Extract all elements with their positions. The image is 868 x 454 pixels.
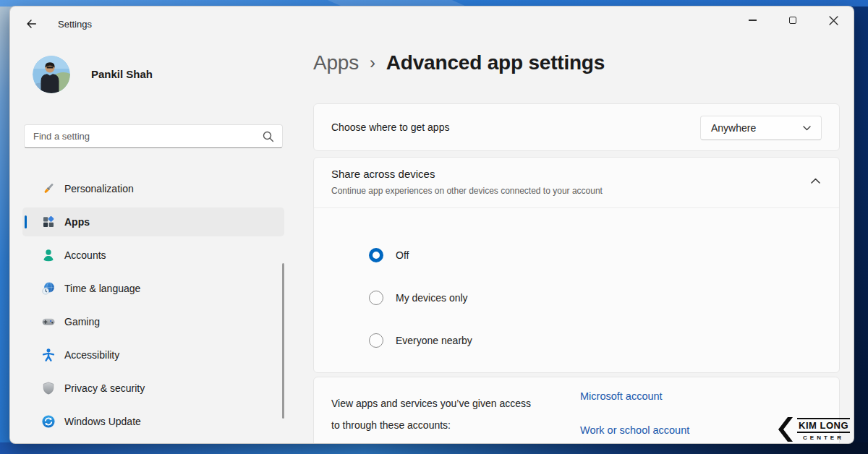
sidebar-item-label: Personalization [64, 183, 134, 194]
close-icon [829, 16, 838, 25]
desktop-wallpaper: Settings [0, 0, 868, 454]
radio-icon [369, 333, 383, 348]
sidebar-item-personalization[interactable]: Personalization [22, 174, 284, 203]
watermark-line1: KIM LONG [797, 418, 850, 433]
windows-update-sync-icon [41, 414, 56, 429]
app-source-dropdown[interactable]: Anywhere [700, 116, 822, 140]
radio-icon [369, 248, 383, 262]
avatar[interactable] [33, 56, 70, 93]
user-name: Pankil Shah [91, 68, 153, 80]
share-across-devices-header[interactable]: Share across devices Continue app experi… [314, 158, 839, 208]
microsoft-account-link[interactable]: Microsoft account [580, 390, 663, 402]
accounts-access-label-line1: View apps and services you’ve given acce… [331, 393, 531, 414]
sidebar-item-privacy-security[interactable]: Privacy & security [22, 374, 284, 403]
sidebar-item-label: Apps [64, 216, 90, 228]
maximize-button[interactable] [773, 7, 813, 34]
chevron-up-icon[interactable] [811, 178, 820, 184]
work-school-account-link[interactable]: Work or school account [580, 424, 689, 436]
caption-controls [732, 7, 854, 34]
sidebar-scrollbar[interactable] [282, 263, 284, 419]
share-across-devices-card: Share across devices Continue app experi… [313, 157, 840, 373]
sidebar-item-label: Privacy & security [64, 382, 145, 394]
sidebar-item-accounts[interactable]: Accounts [22, 241, 284, 270]
privacy-shield-icon [41, 381, 56, 395]
sidebar-item-windows-update[interactable]: Windows Update [22, 407, 284, 436]
share-subtitle: Continue app experiences on other device… [331, 186, 603, 196]
back-button[interactable] [22, 15, 40, 33]
window-title: Settings [58, 19, 92, 30]
kimlong-logo-icon [777, 416, 794, 442]
close-button[interactable] [813, 7, 854, 34]
minimize-icon [749, 20, 757, 20]
settings-window: Settings [9, 6, 854, 444]
share-title: Share across devices [331, 168, 435, 180]
minimize-button[interactable] [732, 7, 773, 34]
back-arrow-icon [25, 17, 38, 30]
sidebar-item-accessibility[interactable]: Accessibility [22, 340, 284, 369]
sidebar-item-label: Gaming [64, 316, 100, 327]
sidebar-item-label: Windows Update [64, 416, 141, 427]
sidebar-item-time-language[interactable]: Time & language [22, 274, 284, 303]
chevron-down-icon [803, 126, 811, 131]
dropdown-value: Anywhere [711, 122, 756, 134]
search-input[interactable] [25, 125, 282, 147]
radio-label: Everyone nearby [396, 335, 472, 346]
time-language-globe-icon [41, 281, 56, 296]
radio-label: Off [396, 249, 409, 261]
breadcrumb-separator-icon: › [370, 53, 375, 73]
gaming-controller-icon [41, 314, 56, 329]
avatar-photo [33, 56, 70, 93]
radio-option-off[interactable]: Off [369, 248, 409, 262]
radio-label: My devices only [396, 292, 468, 304]
search-icon [262, 130, 275, 143]
sidebar-item-gaming[interactable]: Gaming [22, 307, 284, 336]
breadcrumb: Apps › Advanced app settings [313, 51, 605, 74]
sidebar-item-label: Time & language [64, 283, 140, 294]
radio-icon [369, 291, 383, 305]
radio-option-everyone-nearby[interactable]: Everyone nearby [369, 333, 472, 348]
accounts-access-label: View apps and services you’ve given acce… [331, 393, 531, 436]
sidebar-item-label: Accounts [64, 249, 106, 261]
search-box [24, 124, 283, 148]
radio-option-my-devices-only[interactable]: My devices only [369, 291, 468, 305]
accounts-access-label-line2: to through these accounts: [331, 414, 531, 436]
watermark: KIM LONG CENTER [777, 416, 850, 442]
choose-where-label: Choose where to get apps [331, 121, 449, 133]
apps-grid-icon [41, 215, 56, 229]
breadcrumb-parent[interactable]: Apps [313, 51, 359, 74]
sidebar-item-apps[interactable]: Apps [22, 207, 284, 236]
watermark-text: KIM LONG CENTER [797, 418, 850, 441]
accessibility-person-icon [41, 348, 56, 362]
page-title: Advanced app settings [386, 51, 605, 74]
personalization-brush-icon [41, 181, 56, 196]
sidebar-item-label: Accessibility [64, 349, 119, 361]
accounts-access-card: View apps and services you’ve given acce… [313, 377, 840, 444]
maximize-icon [789, 17, 796, 24]
sidebar-nav: Personalization Apps Accounts [22, 174, 284, 440]
accounts-person-icon [41, 248, 56, 262]
watermark-line2: CENTER [797, 434, 850, 441]
choose-where-card: Choose where to get apps Anywhere [313, 103, 840, 151]
